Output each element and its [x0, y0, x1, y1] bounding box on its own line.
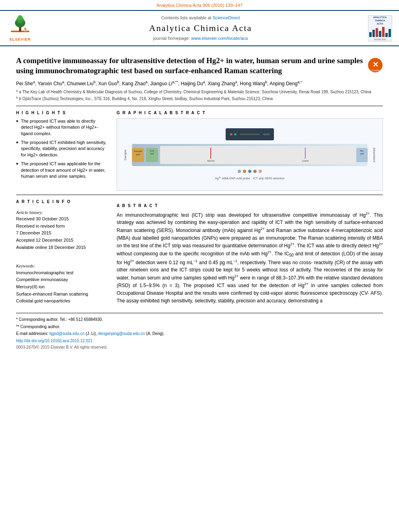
article-history-block: Article history: Received 30 October 201…	[16, 210, 109, 251]
highlight-item-1: The proposed ICT was able to directly de…	[16, 118, 109, 137]
info-abstract-section: A R T I C L E I N F O Article history: R…	[16, 199, 383, 305]
keyword-5: Colloidal gold nanoparticles	[16, 298, 109, 305]
highlights-heading: H I G H L I G H T S	[16, 110, 109, 116]
authors-line: Pei Shea, Yanxin Chua, Chunwei Liub, Xun…	[16, 80, 383, 87]
ga-dot-1	[238, 170, 241, 173]
highlight-item-3: The proposed ICT was applicable for the …	[16, 161, 109, 179]
email-link-2[interactable]: denganping@suda.edu.cn	[98, 331, 145, 336]
ga-reader-device: SERS	[226, 128, 274, 140]
science-direct-link[interactable]: ScienceDirect	[212, 15, 240, 20]
highlights-abstract-section: H I G H L I G H T S The proposed ICT was…	[16, 110, 383, 191]
svg-text:CrossMark: CrossMark	[369, 69, 381, 72]
footer-section: * Corresponding author. Tel.: +86 512 65…	[16, 313, 383, 350]
doi-link[interactable]: http://dx.doi.org/10.1016/j.aca.2015.12.…	[16, 338, 383, 344]
ga-led-green	[234, 133, 237, 136]
abstract-column: A B S T R A C T An immunochromatographic…	[117, 203, 383, 305]
journal-cover-thumbnail: ANALYTICACHIMICAACTA Vol 906 2016	[368, 15, 392, 41]
highlights-list: The proposed ICT was able to directly de…	[16, 118, 109, 180]
corresponding-author-note: * Corresponding author. Tel.: +86 512 65…	[16, 316, 383, 322]
graphical-abstract-box: SERS Sample Samplepad	[117, 118, 383, 191]
ga-dot-4	[253, 170, 257, 173]
elsevier-label: ELSEVIER	[10, 37, 31, 42]
email-block: E-mail addresses: lijgsd@suda.edu.cn (J.…	[16, 331, 383, 337]
journal-thumbnail: ANALYTICACHIMICAACTA Vol 906 2016	[365, 15, 395, 41]
journal-citation: Analytica Chimica Acta 906 (2016) 139–14…	[0, 0, 399, 10]
svg-text:✕: ✕	[372, 61, 378, 69]
graphical-abstract-heading: G R A P H I C A L A B S T R A C T	[117, 110, 383, 116]
journal-title: Analytica Chimica Acta	[40, 22, 361, 35]
article-info-heading: A R T I C L E I N F O	[16, 199, 109, 205]
abstract-heading: A B S T R A C T	[117, 203, 383, 209]
svg-point-5	[24, 28, 26, 30]
journal-title-block: Contents lists available at ScienceDirec…	[40, 15, 361, 41]
revised-date: 7 December 2015	[16, 230, 109, 237]
article-info-column: A R T I C L E I N F O Article history: R…	[16, 199, 109, 305]
ga-dot-2	[243, 170, 246, 173]
co-corresponding-author-note: ** Corresponding author.	[16, 324, 383, 330]
ga-strip: Samplepad Conj.pad T	[132, 144, 368, 166]
journal-header: ELSEVIER Contents lists available at Sci…	[0, 10, 399, 46]
keyword-2: Competitive immunoassay	[16, 276, 109, 283]
main-content: A competitive immunoassay for ultrasensi…	[0, 46, 399, 358]
accepted-date: Accepted 12 December 2015	[16, 237, 109, 244]
elsevier-logo: ELSEVIER	[4, 14, 36, 42]
copyright-notice: 0003-2670/© 2015 Elsevier B.V. All right…	[16, 345, 383, 350]
received-revised-label: Received in revised form	[16, 223, 109, 230]
mini-chart	[369, 27, 391, 37]
received-date: Received 30 October 2015	[16, 216, 109, 223]
keyword-1: Immunochromatographic test	[16, 269, 109, 277]
crossmark-icon[interactable]: ✕ CrossMark	[368, 58, 383, 73]
ga-led-red	[230, 133, 232, 136]
article-title-block: A competitive immunoassay for ultrasensi…	[16, 56, 383, 76]
contents-line: Contents lists available at ScienceDirec…	[40, 15, 361, 21]
highlight-item-2: The proposed ICT exhibited high sensitiv…	[16, 140, 109, 158]
ga-device-container: SERS Sample Samplepad	[121, 126, 378, 183]
abstract-text: An immunochromatographic test (ICT) stri…	[117, 211, 383, 304]
ga-dot-5	[259, 170, 262, 173]
article-title: A competitive immunoassay for ultrasensi…	[16, 56, 364, 76]
keyword-4: Surface-enhanced Raman scattering	[16, 291, 109, 298]
email-link-1[interactable]: lijgsd@suda.edu.cn	[49, 331, 84, 336]
ga-dot-3	[248, 170, 251, 173]
divider-2	[16, 195, 383, 195]
keywords-label: Keywords:	[16, 263, 109, 269]
available-online: Available online 18 December 2015	[16, 244, 109, 251]
affiliation-a: a a The Key Lab of Health Chemistry & Mo…	[16, 89, 383, 94]
keyword-3: Mercury(II) ion	[16, 283, 109, 291]
history-label: Article history:	[16, 210, 109, 216]
journal-url[interactable]: www.elsevier.com/locate/aca	[191, 36, 248, 41]
divider-1	[16, 106, 383, 106]
keywords-block: Keywords: Immunochromatographic test Com…	[16, 263, 109, 304]
graphical-abstract-column: G R A P H I C A L A B S T R A C T SERS	[117, 110, 383, 191]
affiliation-b: b b OptoTrace (Suzhou) Technologies, Inc…	[16, 96, 383, 101]
journal-homepage: journal homepage: www.elsevier.com/locat…	[40, 35, 361, 41]
svg-point-4	[18, 15, 23, 21]
highlights-column: H I G H L I G H T S The proposed ICT was…	[16, 110, 109, 191]
